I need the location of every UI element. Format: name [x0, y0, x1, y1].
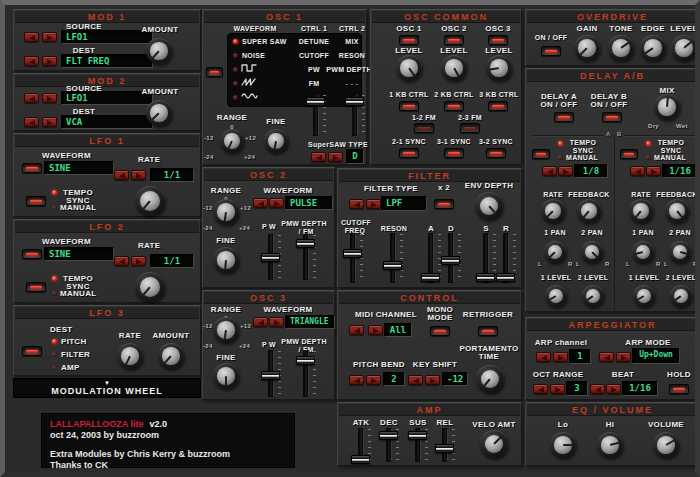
lfo1-rate-prev-button[interactable] [114, 170, 129, 180]
portamento-time-knob[interactable] [476, 365, 504, 393]
osc3-waveform-prev-button[interactable] [253, 317, 268, 327]
lfo2-sync-mode-button[interactable] [26, 282, 46, 292]
overdrive-edge-knob[interactable] [640, 35, 666, 61]
delay-b-sync-mode-button[interactable] [620, 149, 638, 159]
mod2-source-next-button[interactable] [42, 93, 57, 103]
filter-sustain-slider[interactable] [476, 233, 496, 283]
amp-decay-slider[interactable] [379, 428, 399, 462]
osc3-level-knob[interactable] [486, 55, 512, 81]
retrigger-button[interactable] [478, 326, 498, 336]
lfo3-rate-knob[interactable] [117, 343, 143, 369]
delay-a-time-next-button[interactable] [558, 166, 573, 176]
amp-velo-knob[interactable] [480, 430, 508, 458]
eq-lo-knob[interactable] [550, 432, 576, 458]
delay-b-time-prev-button[interactable] [630, 166, 645, 176]
eq-hi-knob[interactable] [597, 432, 623, 458]
delay-a-time-prev-button[interactable] [542, 166, 557, 176]
osc2-waveform-next-button[interactable] [269, 198, 284, 208]
osc3-pwm-slider[interactable] [296, 350, 316, 397]
lfo2-waveform-button[interactable] [22, 249, 42, 259]
arp-oct-prev-button[interactable] [533, 384, 548, 394]
arp-hold-button[interactable] [669, 384, 689, 394]
delay-a-rate-knob[interactable] [541, 199, 565, 223]
pitch-bend-next-button[interactable] [366, 375, 381, 385]
delay-b-pan1-knob[interactable] [632, 241, 654, 263]
osc3-pw-slider[interactable] [261, 350, 281, 397]
filter-type-next-button[interactable] [366, 199, 381, 209]
osc1-waveform-select-button[interactable] [206, 67, 223, 77]
overdrive-tone-knob[interactable] [608, 35, 634, 61]
osc2-pwm-slider[interactable] [296, 234, 316, 280]
lfo2-rate-next-button[interactable] [131, 256, 146, 266]
delay-a-pan2-knob[interactable] [581, 241, 603, 263]
delay-mix-knob[interactable] [654, 94, 680, 120]
overdrive-gain-knob[interactable] [574, 35, 600, 61]
lfo2-rate-prev-button[interactable] [114, 256, 129, 266]
delay-b-level2-knob[interactable] [670, 285, 692, 307]
amp-sustain-slider[interactable] [408, 428, 428, 462]
osc1-fine-knob[interactable] [264, 129, 288, 153]
delay-b-rate-knob[interactable] [629, 199, 653, 223]
osc3-fine-knob[interactable] [213, 363, 239, 389]
delay-a-feedback-knob[interactable] [577, 199, 601, 223]
osc2-fine-knob[interactable] [213, 247, 239, 273]
mod1-source-prev-button[interactable] [24, 32, 39, 42]
mod1-source-next-button[interactable] [42, 32, 57, 42]
filter-type-prev-button[interactable] [349, 199, 364, 209]
delay-a-level1-knob[interactable] [545, 285, 567, 307]
osc1-kb-ctrl-button[interactable] [399, 101, 419, 111]
filter-attack-slider[interactable] [421, 233, 441, 283]
osc3-waveform-next-button[interactable] [269, 317, 284, 327]
arp-channel-prev-button[interactable] [536, 352, 551, 362]
overdrive-level-knob[interactable] [671, 35, 697, 61]
arp-channel-next-button[interactable] [553, 352, 568, 362]
osc2-level-knob[interactable] [441, 55, 467, 81]
filter-env-depth-knob[interactable] [475, 192, 503, 220]
arp-beat-prev-button[interactable] [590, 384, 605, 394]
osc2-pw-slider[interactable] [261, 234, 281, 280]
mod2-dest-prev-button[interactable] [24, 117, 39, 127]
midi-channel-next-button[interactable] [368, 325, 383, 335]
modulation-wheel-bar[interactable]: ▼ MODULATION WHEEL [13, 378, 201, 398]
lfo3-dest-button[interactable] [22, 346, 42, 356]
amp-release-slider[interactable] [435, 428, 455, 462]
lfo3-amount-knob[interactable] [158, 343, 184, 369]
sync-3-1-button[interactable] [444, 148, 464, 158]
osc1-on-button[interactable] [399, 35, 419, 45]
arp-beat-next-button[interactable] [606, 384, 621, 394]
filter-cutoff-slider[interactable] [343, 233, 363, 283]
eq-volume-knob[interactable] [653, 432, 679, 458]
osc3-range-knob[interactable] [213, 317, 239, 343]
delay-a-onoff-button[interactable] [554, 112, 574, 122]
delay-a-level2-knob[interactable] [582, 285, 604, 307]
mono-mode-button[interactable] [430, 326, 450, 336]
lfo1-waveform-button[interactable] [22, 163, 42, 173]
delay-a-pan1-knob[interactable] [544, 241, 566, 263]
delay-b-feedback-knob[interactable] [665, 199, 689, 223]
osc1-ctrl2-slider[interactable] [345, 94, 365, 136]
lfo1-sync-mode-button[interactable] [26, 196, 46, 206]
osc2-on-button[interactable] [444, 35, 464, 45]
arp-oct-next-button[interactable] [550, 384, 565, 394]
delay-a-sync-mode-button[interactable] [532, 149, 550, 159]
osc2-range-knob[interactable] [213, 199, 239, 225]
sync-3-2-button[interactable] [486, 148, 506, 158]
filter-x2-button[interactable] [434, 199, 454, 209]
mod2-source-prev-button[interactable] [24, 93, 39, 103]
osc1-supersaw-next-button[interactable] [328, 152, 343, 162]
lfo2-rate-knob[interactable] [135, 272, 165, 302]
fm-1-2-button[interactable] [414, 123, 434, 133]
midi-channel-prev-button[interactable] [349, 325, 364, 335]
mod1-amount-knob[interactable] [146, 38, 172, 64]
arp-mode-next-button[interactable] [616, 352, 631, 362]
delay-b-level1-knob[interactable] [633, 285, 655, 307]
lfo1-rate-next-button[interactable] [131, 170, 146, 180]
filter-release-slider[interactable] [496, 233, 516, 283]
overdrive-onoff-button[interactable] [541, 46, 561, 56]
osc1-ctrl1-slider[interactable] [306, 94, 326, 136]
osc2-kb-ctrl-button[interactable] [444, 101, 464, 111]
key-shift-next-button[interactable] [425, 375, 440, 385]
lfo1-rate-knob[interactable] [135, 186, 165, 216]
osc1-supersaw-prev-button[interactable] [311, 152, 326, 162]
mod2-amount-knob[interactable] [146, 100, 172, 126]
